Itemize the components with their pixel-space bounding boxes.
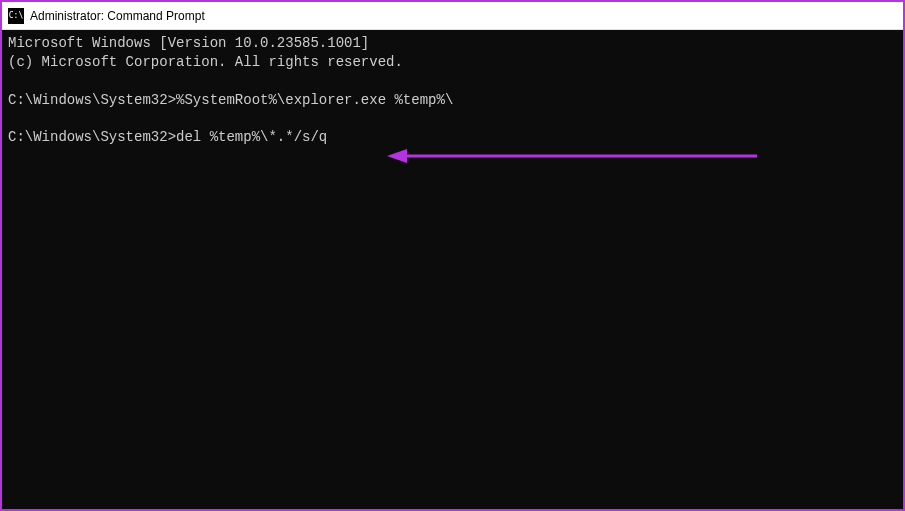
terminal-area[interactable]: Microsoft Windows [Version 10.0.23585.10… — [2, 30, 903, 509]
window-titlebar[interactable]: C:\ Administrator: Command Prompt — [2, 2, 903, 30]
command-line-1: C:\Windows\System32>%SystemRoot%\explore… — [8, 91, 897, 110]
command-2: del %temp%\*.*/s/q — [176, 128, 327, 147]
annotation-arrow-icon — [387, 146, 757, 166]
window-title: Administrator: Command Prompt — [30, 9, 205, 23]
command-line-2: C:\Windows\System32>del %temp%\*.*/s/q — [8, 128, 897, 147]
cmd-icon-text: C:\ — [9, 12, 23, 20]
copyright-line: (c) Microsoft Corporation. All rights re… — [8, 53, 897, 72]
version-line: Microsoft Windows [Version 10.0.23585.10… — [8, 34, 897, 53]
prompt-1: C:\Windows\System32> — [8, 91, 176, 110]
prompt-2: C:\Windows\System32> — [8, 128, 176, 147]
svg-marker-1 — [387, 149, 407, 163]
blank-line — [8, 110, 897, 129]
blank-line — [8, 72, 897, 91]
command-1: %SystemRoot%\explorer.exe %temp%\ — [176, 91, 453, 110]
cmd-icon: C:\ — [8, 8, 24, 24]
